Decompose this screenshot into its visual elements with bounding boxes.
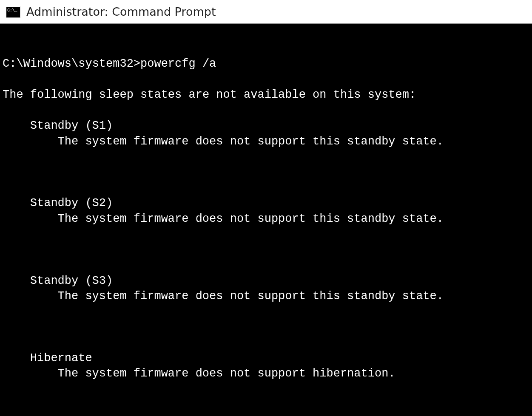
cmd-icon [6,6,20,18]
output-intro: The following sleep states are not avail… [3,87,529,102]
state-reason: The system firmware does not support thi… [3,134,529,149]
state-block-s1: Standby (S1)The system firmware does not… [3,118,529,149]
blank-line [3,165,529,180]
state-name: Hibernate [3,351,529,366]
prompt-line: C:\Windows\system32>powercfg /a [3,56,529,71]
prompt-path: C:\Windows\system32> [3,57,140,70]
terminal-output[interactable]: C:\Windows\system32>powercfg /a The foll… [0,24,532,416]
state-reason: The system firmware does not support thi… [3,211,529,226]
window-title-bar[interactable]: Administrator: Command Prompt [0,0,532,24]
state-block-s2: Standby (S2)The system firmware does not… [3,195,529,226]
typed-command: powercfg /a [140,57,216,70]
state-block-s3: Standby (S3)The system firmware does not… [3,273,529,304]
state-reason: The system firmware does not support thi… [3,289,529,304]
state-reason: The system firmware does not support hib… [3,366,529,381]
window-title: Administrator: Command Prompt [26,5,216,18]
state-name: Standby (S3) [3,273,529,289]
blank-line [3,242,529,258]
state-name: Standby (S2) [3,195,529,211]
state-block-hibernate: HibernateThe system firmware does not su… [3,351,529,382]
blank-line [3,320,529,335]
blank-line [3,397,529,412]
state-name: Standby (S1) [3,118,529,133]
